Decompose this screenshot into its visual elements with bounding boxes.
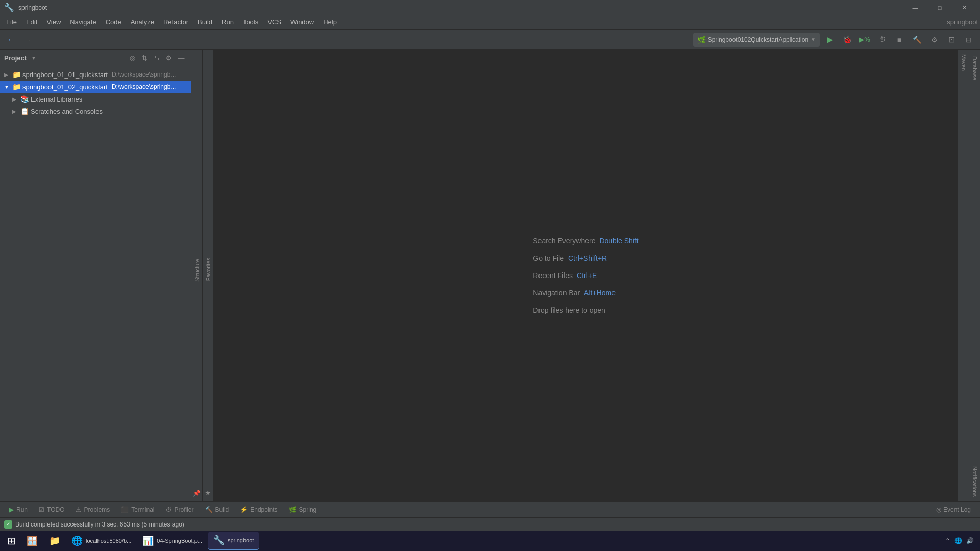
- title-bar-controls: — □ ✕: [903, 1, 976, 15]
- forward-button[interactable]: →: [20, 33, 35, 47]
- event-log-label: Event Log: [943, 506, 971, 513]
- menu-project-title: springboot: [947, 18, 978, 26]
- run-config-selector[interactable]: 🌿 Springboot0102QuickstartApplication ▼: [693, 33, 820, 47]
- endpoints-tab-icon: ⚡: [240, 506, 248, 513]
- project-panel: Project ▼ ◎ ⇅ ⇆ ⚙ — ▶ 📁 springboot_01_01…: [0, 50, 191, 501]
- tab-todo[interactable]: ☑ TODO: [34, 504, 69, 515]
- tree-item-scratches[interactable]: ▶ 📋 Scratches and Consoles: [0, 105, 191, 117]
- tree-item-project2[interactable]: ▼ 📁 springboot_01_02_quickstart D:\works…: [0, 81, 191, 93]
- taskbar-right: ⌃ 🌐 🔊: [945, 537, 978, 544]
- build-tab-label: Build: [215, 506, 229, 513]
- menu-analyze[interactable]: Analyze: [127, 16, 158, 28]
- menu-file[interactable]: File: [2, 16, 21, 28]
- problems-tab-icon: ⚠: [76, 506, 81, 513]
- run-button[interactable]: ▶: [823, 33, 837, 47]
- toolbar: ← → 🌿 Springboot0102QuickstartApplicatio…: [0, 30, 980, 50]
- app-icon: 🔧: [4, 3, 14, 12]
- menu-window[interactable]: Window: [286, 16, 318, 28]
- status-icon: ✓: [4, 520, 12, 529]
- database-label[interactable]: Database: [971, 52, 979, 84]
- bottom-toolbar: ▶ Run ☑ TODO ⚠ Problems ⬛ Terminal ⏱ Pro…: [0, 501, 980, 517]
- structure-label[interactable]: Structure: [193, 255, 201, 286]
- libs-icon: 📚: [20, 95, 29, 103]
- menu-run[interactable]: Run: [217, 16, 238, 28]
- panel-hide-button[interactable]: —: [176, 53, 187, 64]
- event-log-button[interactable]: ◎ Event Log: [931, 504, 976, 515]
- tree-path-project2: D:\workspace\springb...: [112, 83, 176, 90]
- tab-problems[interactable]: ⚠ Problems: [70, 504, 115, 515]
- menu-vcs[interactable]: VCS: [263, 16, 285, 28]
- tab-endpoints[interactable]: ⚡ Endpoints: [235, 504, 282, 515]
- taskbar-app-windows[interactable]: 🪟: [21, 532, 43, 550]
- taskbar-app-powerpoint[interactable]: 📊 04-SpringBoot.p...: [137, 532, 207, 550]
- intellij-app-label: springboot: [228, 537, 254, 543]
- tab-terminal[interactable]: ⬛ Terminal: [116, 504, 159, 515]
- spring-tab-label: Spring: [299, 506, 317, 513]
- tree-label-project2: springboot_01_02_quickstart: [22, 83, 108, 91]
- expand-button[interactable]: ⊡: [944, 33, 959, 47]
- menu-refactor[interactable]: Refactor: [159, 16, 192, 28]
- tree-arrow-project2: ▼: [4, 84, 10, 90]
- taskbar-app-explorer[interactable]: 📁: [44, 532, 65, 550]
- tree-item-project1[interactable]: ▶ 📁 springboot_01_01_quickstart D:\works…: [0, 68, 191, 81]
- panel-scroll-button[interactable]: ⇅: [139, 53, 150, 64]
- hint-search: Search Everywhere Double Shift: [533, 237, 638, 245]
- menu-edit[interactable]: Edit: [22, 16, 41, 28]
- tree-item-external-libs[interactable]: ▶ 📚 External Libraries: [0, 93, 191, 105]
- settings-button[interactable]: ⚙: [927, 33, 941, 47]
- tree-label-scratches: Scratches and Consoles: [31, 108, 103, 115]
- back-button[interactable]: ←: [4, 33, 18, 47]
- menu-code[interactable]: Code: [102, 16, 126, 28]
- taskbar-app-chrome[interactable]: 🌐 localhost:8080/b...: [66, 532, 136, 550]
- favorites-label[interactable]: Favorites: [204, 254, 212, 285]
- profile-button[interactable]: ⏱: [875, 33, 889, 47]
- profiler-tab-label: Profiler: [175, 506, 194, 513]
- terminal-tab-icon: ⬛: [121, 506, 129, 513]
- endpoints-tab-label: Endpoints: [250, 506, 277, 513]
- editor-hints: Search Everywhere Double Shift Go to Fil…: [533, 237, 638, 314]
- menu-build[interactable]: Build: [193, 16, 216, 28]
- tab-build[interactable]: 🔨 Build: [200, 504, 234, 515]
- taskbar-start-button[interactable]: ⊞: [2, 532, 20, 550]
- structure-panel: Structure 📌: [191, 50, 203, 501]
- stop-button[interactable]: ■: [892, 33, 906, 47]
- build-button[interactable]: 🔨: [910, 33, 924, 47]
- todo-tab-icon: ☑: [39, 506, 44, 513]
- project-panel-title: Project: [4, 54, 27, 62]
- windows-app-icon: 🪟: [27, 535, 38, 546]
- close-button[interactable]: ✕: [952, 1, 976, 15]
- menu-navigate[interactable]: Navigate: [66, 16, 100, 28]
- panel-locate-button[interactable]: ◎: [127, 53, 138, 64]
- notifications-label[interactable]: Notifications: [971, 462, 979, 501]
- compact-button[interactable]: ⊟: [962, 33, 976, 47]
- minimize-button[interactable]: —: [903, 1, 927, 15]
- tab-profiler[interactable]: ⏱ Profiler: [161, 504, 199, 515]
- debug-button[interactable]: 🐞: [840, 33, 854, 47]
- maven-label[interactable]: Maven: [960, 50, 968, 75]
- maximize-button[interactable]: □: [928, 1, 951, 15]
- run-with-coverage-button[interactable]: ▶%: [857, 33, 872, 47]
- folder-icon-project2: 📁: [12, 83, 20, 91]
- menu-help[interactable]: Help: [319, 16, 341, 28]
- main-area: Project ▼ ◎ ⇅ ⇆ ⚙ — ▶ 📁 springboot_01_01…: [0, 50, 980, 501]
- run-tab-icon: ▶: [9, 506, 14, 513]
- folder-icon-project1: 📁: [12, 70, 20, 79]
- taskbar-app-intellij[interactable]: 🔧 springboot: [208, 532, 259, 550]
- panel-collapse-button[interactable]: ⇆: [151, 53, 162, 64]
- tree-label-external-libs: External Libraries: [31, 95, 82, 103]
- editor-area[interactable]: Search Everywhere Double Shift Go to Fil…: [214, 50, 958, 501]
- build-tab-icon: 🔨: [205, 506, 213, 513]
- menu-tools[interactable]: Tools: [239, 16, 262, 28]
- favorites-star-icon[interactable]: ★: [205, 489, 211, 497]
- tab-run[interactable]: ▶ Run: [4, 504, 33, 515]
- explorer-app-icon: 📁: [49, 535, 60, 546]
- project-dropdown-icon[interactable]: ▼: [31, 55, 36, 61]
- menu-view[interactable]: View: [42, 16, 65, 28]
- panel-settings-button[interactable]: ⚙: [163, 53, 175, 64]
- structure-pin-icon[interactable]: 📌: [193, 490, 201, 497]
- hint-recent-files: Recent Files Ctrl+E: [533, 271, 638, 280]
- tab-spring[interactable]: 🌿 Spring: [284, 504, 322, 515]
- title-bar: 🔧 springboot — □ ✕: [0, 0, 980, 15]
- run-config-dropdown-icon: ▼: [811, 37, 816, 42]
- taskbar-hide-icon[interactable]: ⌃: [945, 537, 950, 544]
